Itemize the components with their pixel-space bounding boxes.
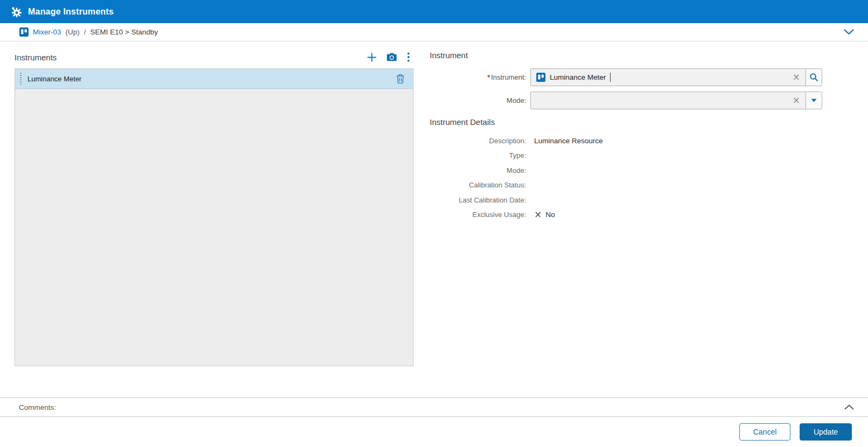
dropdown-arrow-icon [811, 99, 817, 102]
footer-action-bar: Cancel Update [0, 416, 868, 447]
equipment-icon [19, 27, 29, 37]
mode-field-label: Mode: [430, 96, 530, 104]
comments-bar: Comments: [0, 397, 868, 416]
instrument-field-row: * Instrument: Luminance Meter [430, 68, 822, 86]
instruments-panel-header: Instruments [15, 51, 414, 64]
instruments-panel-title: Instruments [15, 53, 57, 62]
more-options-button[interactable] [406, 51, 411, 63]
detail-row-description: Description: Luminance Resource [430, 136, 822, 145]
instrument-search-button[interactable] [806, 68, 822, 86]
manage-instruments-window: Manage Instruments Mixer-03 (Up) / SEMI … [0, 0, 868, 447]
instrument-section-title: Instrument [430, 51, 822, 64]
breadcrumb-equipment-link[interactable]: Mixer-03 [33, 28, 61, 36]
main-content: Instruments [0, 41, 868, 397]
breadcrumb: Mixer-03 (Up) / SEMI E10 > Standby [0, 23, 868, 41]
cancel-button[interactable]: Cancel [739, 423, 790, 441]
description-value: Luminance Resource [530, 137, 603, 145]
text-cursor [610, 73, 611, 82]
list-item[interactable]: Luminance Meter [15, 69, 413, 89]
detail-row-calibration-status: Calibration Status: [430, 180, 822, 190]
breadcrumb-direction: (Up) [66, 28, 80, 36]
detail-row-exclusive-usage: Exclusive Usage: × No [430, 210, 822, 220]
detail-row-type: Type: [430, 151, 822, 160]
instrument-input-value: Luminance Meter [550, 73, 606, 81]
detail-row-last-calibration-date: Last Calibration Date: [430, 195, 822, 205]
x-mark-icon: × [534, 210, 542, 219]
instruments-panel: Instruments [15, 51, 414, 397]
list-item-label: Luminance Meter [27, 75, 81, 83]
drag-handle[interactable] [20, 73, 22, 85]
clear-icon[interactable]: × [793, 73, 800, 82]
gear-icon [11, 6, 22, 17]
delete-instrument-button[interactable] [395, 73, 406, 85]
comments-label: Comments: [19, 403, 56, 411]
instrument-combo: Luminance Meter × [530, 68, 822, 86]
breadcrumb-state: SEMI E10 > Standby [90, 28, 158, 36]
required-marker: * [487, 73, 490, 81]
search-icon [809, 73, 818, 82]
mode-combo: × [530, 92, 822, 109]
instruments-panel-actions [366, 51, 414, 63]
plus-icon [367, 53, 376, 62]
update-button[interactable]: Update [800, 423, 852, 441]
trash-icon [396, 74, 405, 84]
camera-icon [387, 53, 397, 61]
title-bar: Manage Instruments [0, 0, 868, 23]
instrument-field-label: * Instrument: [430, 73, 530, 81]
exclusive-usage-value: × No [530, 210, 555, 219]
mode-input[interactable]: × [530, 92, 806, 109]
equipment-icon [536, 73, 545, 82]
instrument-form: Instrument * Instrument: [430, 51, 822, 397]
detail-row-mode: Mode: [430, 165, 822, 175]
camera-button[interactable] [386, 52, 398, 62]
mode-field-row: Mode: × [430, 92, 822, 109]
page-title: Manage Instruments [28, 7, 114, 17]
instrument-details-title: Instrument Details [430, 117, 822, 127]
instrument-list: Luminance Meter [15, 68, 414, 366]
chevron-up-icon[interactable] [844, 404, 854, 410]
kebab-menu-icon [407, 52, 410, 62]
instrument-input[interactable]: Luminance Meter × [530, 68, 806, 86]
breadcrumb-separator: / [84, 28, 86, 36]
clear-icon[interactable]: × [793, 96, 800, 105]
mode-dropdown-button[interactable] [806, 92, 822, 109]
chevron-down-icon[interactable] [844, 29, 854, 35]
add-instrument-button[interactable] [366, 52, 377, 63]
